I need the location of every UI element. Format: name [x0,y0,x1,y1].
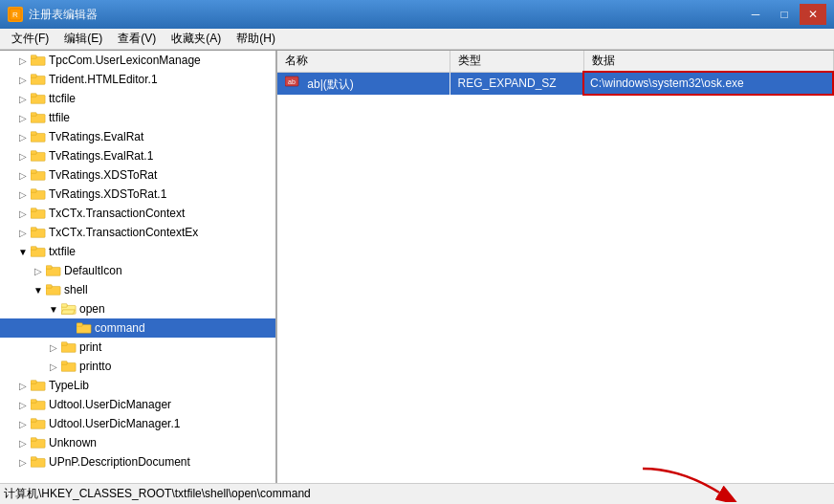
menu-view[interactable]: 查看(V) [110,29,164,49]
svg-rect-33 [61,342,67,346]
expand-icon: ▼ [31,285,46,296]
svg-rect-21 [31,228,36,231]
folder-icon [77,321,92,335]
menu-edit[interactable]: 编辑(E) [56,29,110,49]
tree-item-tvratings-xdstorat[interactable]: ▷ TvRatings.XDSToRat [0,165,275,185]
value-name: ab|(默认) [307,77,353,91]
folder-icon [31,73,46,86]
tree-item-txctx[interactable]: ▷ TxCTx.TransactionContext [0,204,275,223]
tree-label: Udtool.UserDicManager [49,398,171,411]
expand-icon: ▷ [15,208,31,219]
tree-label: printto [79,360,111,373]
tree-item-udtool[interactable]: ▷ Udtool.UserDicManager [0,395,275,414]
tree-item-tvratings-xdstorat1[interactable]: ▷ TvRatings.XDSToRat.1 [0,185,275,204]
svg-rect-11 [31,132,36,136]
svg-rect-41 [31,419,36,423]
menu-help[interactable]: 帮助(H) [229,29,283,49]
tree-item-command[interactable]: ▷ command [0,318,275,338]
folder-icon [61,302,77,316]
folder-icon [31,417,46,430]
table-row[interactable]: ab ab|(默认) REG_EXPAND_SZ C:\windows\syst… [277,72,833,95]
expand-icon: ▷ [46,342,61,353]
tree-item-trident[interactable]: ▷ Trident.HTMLEditor.1 [0,70,275,89]
svg-text:R: R [12,11,18,19]
main-area: ▷ TpcCom.UserLexiconManage ▷ Trident.HTM… [0,50,834,483]
folder-icon [46,264,61,277]
tree-item-txctx-ex[interactable]: ▷ TxCTx.TransactionContextEx [0,223,275,242]
col-name: 名称 [277,51,450,72]
tree-label: print [79,340,101,354]
folder-icon [31,398,46,411]
menu-bar: 文件(F) 编辑(E) 查看(V) 收藏夹(A) 帮助(H) [0,29,834,50]
expand-icon: ▷ [31,266,46,276]
tree-label: txtfile [49,245,76,258]
expand-icon: ▷ [15,113,31,123]
registry-values-pane: 名称 类型 数据 ab ab|(默认) [277,51,834,483]
folder-icon [31,379,46,392]
folder-icon [31,436,46,449]
tree-label: TvRatings.XDSToRat [49,168,157,182]
window-title: 注册表编辑器 [29,7,742,23]
tree-item-upnp[interactable]: ▷ UPnP.DescriptionDocument [0,452,275,471]
svg-rect-43 [31,438,36,442]
tree-item-open[interactable]: ▼ open [0,299,275,318]
svg-rect-15 [31,170,36,174]
svg-rect-25 [46,266,52,270]
svg-rect-27 [46,285,52,289]
window-controls: ─ □ ✕ [742,4,826,25]
tree-label: DefaultIcon [64,264,122,277]
tree-item-tvratings-evalrat[interactable]: ▷ TvRatings.EvalRat [0,127,275,146]
value-icon: ab [285,75,300,88]
folder-icon [31,455,46,469]
menu-file[interactable]: 文件(F) [4,29,56,49]
svg-rect-35 [61,362,67,365]
expand-icon: ▷ [15,400,31,410]
tree-item-printto[interactable]: ▷ printto [0,357,275,376]
tree-label: ttfile [49,111,70,124]
tree-item-txtfile[interactable]: ▼ txtfile [0,242,275,261]
tree-item-shell[interactable]: ▼ shell [0,280,275,299]
menu-favorites[interactable]: 收藏夹(A) [164,29,229,49]
tree-item-ttfile[interactable]: ▷ ttfile [0,108,275,127]
folder-icon [31,111,46,124]
svg-rect-29 [61,304,67,308]
maximize-button[interactable]: □ [771,4,798,25]
minimize-button[interactable]: ─ [742,4,769,25]
folder-icon [31,187,46,201]
value-name-cell: ab ab|(默认) [277,72,450,95]
folder-icon [61,360,77,373]
expand-icon: ▷ [15,94,31,104]
folder-icon [31,226,46,239]
svg-rect-3 [31,55,36,59]
tree-item-typelib[interactable]: ▷ TypeLib [0,376,275,395]
tree-item-defaulticon[interactable]: ▷ DefaultIcon [0,261,275,280]
tree-label: TvRatings.EvalRat.1 [49,149,153,163]
expand-icon: ▷ [15,55,31,66]
folder-icon [46,283,61,296]
tree-label: TxCTx.TransactionContextEx [49,226,198,239]
status-bar: 计算机\HKEY_CLASSES_ROOT\txtfile\shell\open… [0,483,834,504]
close-button[interactable]: ✕ [800,4,826,25]
tree-label: ttcfile [49,92,76,105]
tree-label: TypeLib [49,379,89,392]
folder-icon [31,54,46,67]
tree-item-tpccom[interactable]: ▷ TpcCom.UserLexiconManage [0,51,275,70]
tree-item-tvratings-evalrat1[interactable]: ▷ TvRatings.EvalRat.1 [0,146,275,165]
tree-label: Unknown [49,436,97,449]
svg-rect-17 [31,189,36,193]
tree-item-print[interactable]: ▷ print [0,338,275,357]
registry-tree[interactable]: ▷ TpcCom.UserLexiconManage ▷ Trident.HTM… [0,51,277,483]
folder-icon [31,245,46,258]
tree-item-unknown[interactable]: ▷ Unknown [0,433,275,452]
svg-rect-39 [31,400,36,404]
tree-item-ttcfile[interactable]: ▷ ttcfile [0,89,275,108]
svg-text:ab: ab [288,78,296,85]
folder-icon [31,130,46,143]
tree-item-udtool1[interactable]: ▷ Udtool.UserDicManager.1 [0,414,275,433]
expand-icon: ▷ [15,457,31,468]
tree-label: Udtool.UserDicManager.1 [49,417,180,430]
tree-label: TxCTx.TransactionContext [49,207,185,220]
folder-icon [31,92,46,105]
expand-icon: ▷ [15,75,31,85]
svg-rect-45 [31,457,36,461]
